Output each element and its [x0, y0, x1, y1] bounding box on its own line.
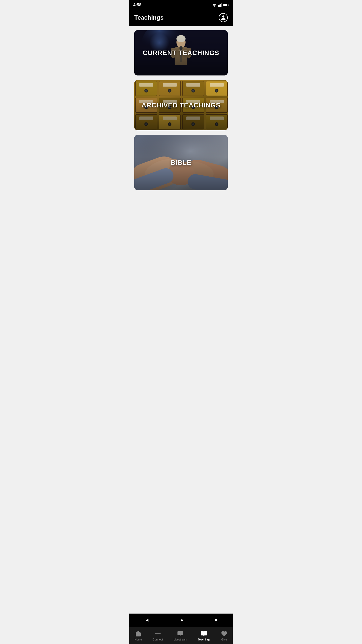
status-icons	[212, 3, 229, 7]
svg-rect-2	[220, 4, 221, 7]
archived-teachings-card[interactable]: ARCHIVED TEACHINGS	[134, 80, 228, 130]
signal-icon	[218, 3, 222, 7]
svg-rect-0	[218, 5, 219, 7]
bible-card[interactable]: BIBLE	[134, 135, 228, 190]
status-time: 4:58	[133, 3, 141, 7]
svg-rect-6	[228, 5, 229, 5]
page-title: Teachings	[134, 14, 164, 21]
user-icon	[220, 15, 226, 20]
svg-rect-1	[219, 5, 220, 7]
main-content: CURRENT TEACHINGS	[129, 26, 233, 194]
current-teachings-card[interactable]: CURRENT TEACHINGS	[134, 30, 228, 75]
header: Teachings	[129, 10, 233, 26]
battery-icon	[223, 4, 229, 7]
avatar-button[interactable]	[219, 13, 228, 22]
card-label-current: CURRENT TEACHINGS	[134, 30, 228, 75]
card-label-archived: ARCHIVED TEACHINGS	[134, 80, 228, 130]
svg-rect-3	[221, 3, 222, 7]
svg-rect-5	[223, 4, 227, 6]
wifi-icon	[212, 3, 217, 7]
card-label-bible: BIBLE	[134, 135, 228, 190]
status-bar: 4:58	[129, 0, 233, 10]
